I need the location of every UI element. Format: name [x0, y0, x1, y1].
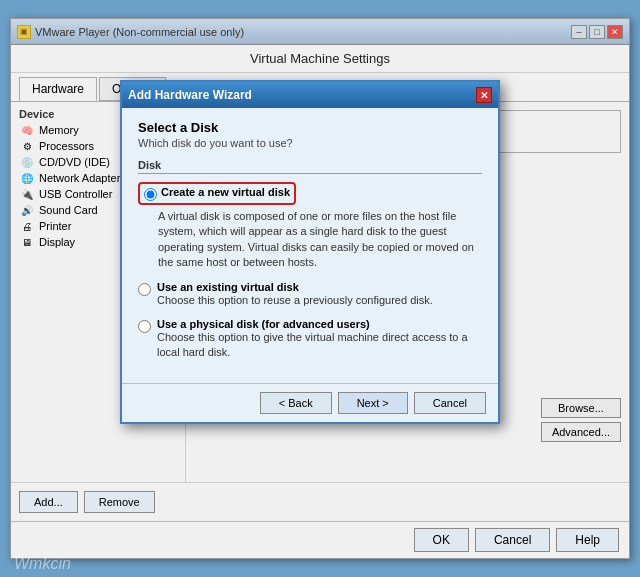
dialog-heading: Select a Disk	[138, 120, 482, 135]
next-button[interactable]: Next >	[338, 392, 408, 414]
dialog-content: Select a Disk Which disk do you want to …	[122, 108, 498, 383]
dialog-close-button[interactable]: ✕	[476, 87, 492, 103]
radio-physical-disk-desc: Choose this option to give the virtual m…	[157, 330, 482, 361]
radio-new-virtual-label: Create a new virtual disk	[161, 186, 290, 198]
dialog-cancel-button[interactable]: Cancel	[414, 392, 486, 414]
radio-new-virtual-desc: A virtual disk is composed of one or mor…	[158, 209, 482, 271]
dialog-title-bar: Add Hardware Wizard ✕	[122, 82, 498, 108]
radio-existing-virtual-desc: Choose this option to reuse a previously…	[157, 293, 433, 308]
radio-physical-disk[interactable]	[138, 320, 151, 333]
radio-physical-disk-label: Use a physical disk (for advanced users)	[157, 318, 482, 330]
dialog-footer: < Back Next > Cancel	[122, 383, 498, 422]
watermark: Wmkcin	[14, 555, 71, 573]
dialog-title-text: Add Hardware Wizard	[128, 88, 252, 102]
option-existing-virtual-disk: Use an existing virtual disk Choose this…	[138, 281, 482, 308]
back-button[interactable]: < Back	[260, 392, 332, 414]
disk-group-label: Disk	[138, 159, 482, 174]
option-new-virtual-disk: Create a new virtual disk	[138, 182, 482, 205]
tab-hardware[interactable]: Hardware	[19, 77, 97, 101]
add-hardware-dialog: Add Hardware Wizard ✕ Select a Disk Whic…	[120, 80, 500, 424]
radio-existing-virtual-label: Use an existing virtual disk	[157, 281, 433, 293]
option-physical-disk: Use a physical disk (for advanced users)…	[138, 318, 482, 361]
radio-existing-virtual[interactable]	[138, 283, 151, 296]
dialog-subheading: Which disk do you want to use?	[138, 137, 482, 149]
radio-new-virtual[interactable]	[144, 188, 157, 201]
